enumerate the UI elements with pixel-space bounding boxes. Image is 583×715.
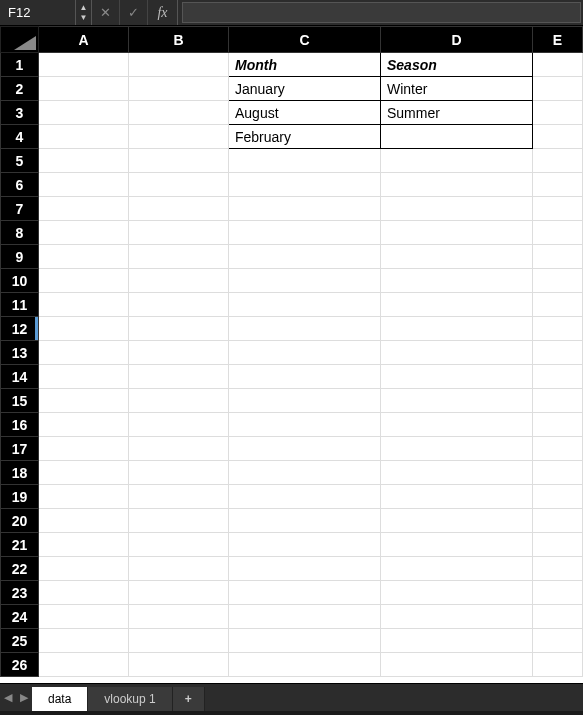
cell-E5[interactable] xyxy=(533,149,583,173)
cell-C26[interactable] xyxy=(229,653,381,677)
cell-A13[interactable] xyxy=(39,341,129,365)
tab-prev-icon[interactable]: ◀ xyxy=(4,691,12,704)
cell-C20[interactable] xyxy=(229,509,381,533)
cell-A2[interactable] xyxy=(39,77,129,101)
cell-D15[interactable] xyxy=(381,389,533,413)
sheet-tab[interactable]: data xyxy=(32,687,88,711)
cell-C13[interactable] xyxy=(229,341,381,365)
cell-E1[interactable] xyxy=(533,53,583,77)
cell-D20[interactable] xyxy=(381,509,533,533)
cell-B9[interactable] xyxy=(129,245,229,269)
row-header-6[interactable]: 6 xyxy=(1,173,39,197)
cell-B18[interactable] xyxy=(129,461,229,485)
cell-B7[interactable] xyxy=(129,197,229,221)
sheet-tab[interactable]: vlookup 1 xyxy=(88,687,172,711)
cell-B25[interactable] xyxy=(129,629,229,653)
cell-D1[interactable]: Season xyxy=(381,53,533,77)
cell-C8[interactable] xyxy=(229,221,381,245)
cell-E3[interactable] xyxy=(533,101,583,125)
cell-D6[interactable] xyxy=(381,173,533,197)
column-header-B[interactable]: B xyxy=(129,27,229,53)
row-header-22[interactable]: 22 xyxy=(1,557,39,581)
cell-C5[interactable] xyxy=(229,149,381,173)
cell-A15[interactable] xyxy=(39,389,129,413)
row-header-4[interactable]: 4 xyxy=(1,125,39,149)
cell-C11[interactable] xyxy=(229,293,381,317)
cell-C15[interactable] xyxy=(229,389,381,413)
cell-C23[interactable] xyxy=(229,581,381,605)
cell-C19[interactable] xyxy=(229,485,381,509)
cell-B26[interactable] xyxy=(129,653,229,677)
cell-B15[interactable] xyxy=(129,389,229,413)
cell-A23[interactable] xyxy=(39,581,129,605)
cell-D10[interactable] xyxy=(381,269,533,293)
cell-D12[interactable] xyxy=(381,317,533,341)
cell-A3[interactable] xyxy=(39,101,129,125)
cell-C24[interactable] xyxy=(229,605,381,629)
cell-C25[interactable] xyxy=(229,629,381,653)
cell-C14[interactable] xyxy=(229,365,381,389)
cell-C18[interactable] xyxy=(229,461,381,485)
column-header-A[interactable]: A xyxy=(39,27,129,53)
cell-E20[interactable] xyxy=(533,509,583,533)
row-header-16[interactable]: 16 xyxy=(1,413,39,437)
cell-A5[interactable] xyxy=(39,149,129,173)
row-header-8[interactable]: 8 xyxy=(1,221,39,245)
cell-D19[interactable] xyxy=(381,485,533,509)
cell-C10[interactable] xyxy=(229,269,381,293)
cell-C22[interactable] xyxy=(229,557,381,581)
cell-B21[interactable] xyxy=(129,533,229,557)
cell-E19[interactable] xyxy=(533,485,583,509)
cell-B22[interactable] xyxy=(129,557,229,581)
cell-B20[interactable] xyxy=(129,509,229,533)
cell-B10[interactable] xyxy=(129,269,229,293)
row-header-11[interactable]: 11 xyxy=(1,293,39,317)
accept-formula-button[interactable]: ✓ xyxy=(120,0,148,25)
cell-A7[interactable] xyxy=(39,197,129,221)
cell-D23[interactable] xyxy=(381,581,533,605)
formula-input[interactable] xyxy=(182,2,581,23)
row-header-14[interactable]: 14 xyxy=(1,365,39,389)
row-header-7[interactable]: 7 xyxy=(1,197,39,221)
cell-C1[interactable]: Month xyxy=(229,53,381,77)
cell-D22[interactable] xyxy=(381,557,533,581)
row-header-3[interactable]: 3 xyxy=(1,101,39,125)
cell-A11[interactable] xyxy=(39,293,129,317)
add-sheet-button[interactable]: + xyxy=(173,687,205,711)
cell-A1[interactable] xyxy=(39,53,129,77)
cell-D24[interactable] xyxy=(381,605,533,629)
cell-B19[interactable] xyxy=(129,485,229,509)
cell-E26[interactable] xyxy=(533,653,583,677)
cell-E25[interactable] xyxy=(533,629,583,653)
column-header-E[interactable]: E xyxy=(533,27,583,53)
cell-B4[interactable] xyxy=(129,125,229,149)
cell-E11[interactable] xyxy=(533,293,583,317)
cell-B6[interactable] xyxy=(129,173,229,197)
cell-A17[interactable] xyxy=(39,437,129,461)
cell-E23[interactable] xyxy=(533,581,583,605)
cell-D13[interactable] xyxy=(381,341,533,365)
column-header-D[interactable]: D xyxy=(381,27,533,53)
cell-D21[interactable] xyxy=(381,533,533,557)
cell-B2[interactable] xyxy=(129,77,229,101)
row-header-19[interactable]: 19 xyxy=(1,485,39,509)
cell-D18[interactable] xyxy=(381,461,533,485)
cell-D25[interactable] xyxy=(381,629,533,653)
row-header-17[interactable]: 17 xyxy=(1,437,39,461)
row-header-26[interactable]: 26 xyxy=(1,653,39,677)
cell-A4[interactable] xyxy=(39,125,129,149)
cell-E8[interactable] xyxy=(533,221,583,245)
cell-D16[interactable] xyxy=(381,413,533,437)
cell-E10[interactable] xyxy=(533,269,583,293)
cell-A24[interactable] xyxy=(39,605,129,629)
cell-A25[interactable] xyxy=(39,629,129,653)
cell-E6[interactable] xyxy=(533,173,583,197)
cell-E15[interactable] xyxy=(533,389,583,413)
spreadsheet-grid[interactable]: ABCDE1MonthSeason2JanuaryWinter3AugustSu… xyxy=(0,26,583,683)
row-header-23[interactable]: 23 xyxy=(1,581,39,605)
row-header-15[interactable]: 15 xyxy=(1,389,39,413)
cell-E2[interactable] xyxy=(533,77,583,101)
column-header-C[interactable]: C xyxy=(229,27,381,53)
cell-E16[interactable] xyxy=(533,413,583,437)
row-header-24[interactable]: 24 xyxy=(1,605,39,629)
